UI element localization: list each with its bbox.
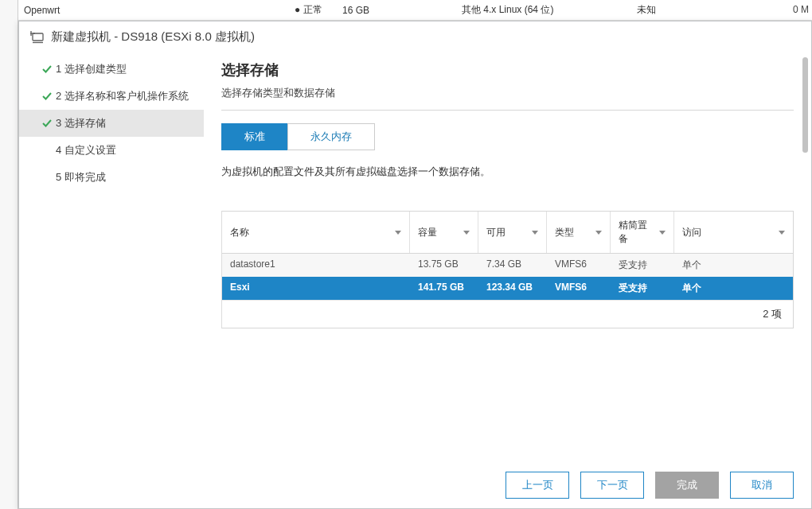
wizard-steps-nav: 1 选择创建类型 2 选择名称和客户机操作系统 3 选择存储 4 自定义设置 5…	[19, 52, 204, 462]
col-header-name[interactable]: 名称	[222, 212, 410, 253]
back-button[interactable]: 上一页	[506, 472, 569, 499]
col-header-capacity[interactable]: 容量	[410, 212, 478, 253]
panel-subtitle: 选择存储类型和数据存储	[221, 86, 794, 108]
tab-standard[interactable]: 标准	[221, 123, 287, 150]
check-icon	[41, 91, 53, 102]
scrollbar[interactable]	[802, 57, 808, 153]
step-storage[interactable]: 3 选择存储	[19, 110, 204, 137]
tab-persistent-memory[interactable]: 永久内存	[287, 123, 375, 150]
storage-type-tabs: 标准 永久内存	[221, 123, 794, 150]
storage-panel: 选择存储 选择存储类型和数据存储 标准 永久内存 为虚拟机的配置文件及其所有虚拟…	[204, 52, 811, 462]
chevron-down-icon	[779, 231, 785, 235]
chevron-down-icon	[595, 231, 602, 235]
dialog-footer: 上一页 下一页 完成 取消	[19, 462, 811, 508]
check-icon	[41, 64, 53, 75]
background-sidebar	[0, 0, 18, 509]
new-vm-dialog: 新建虚拟机 - DS918 (ESXi 8.0 虚拟机) 1 选择创建类型 2 …	[18, 21, 812, 509]
col-header-available[interactable]: 可用	[478, 212, 547, 253]
divider	[221, 110, 794, 111]
dialog-title: 新建虚拟机 - DS918 (ESXi 8.0 虚拟机)	[51, 29, 255, 45]
col-header-type[interactable]: 类型	[547, 212, 611, 253]
dialog-header: 新建虚拟机 - DS918 (ESXi 8.0 虚拟机)	[19, 21, 811, 52]
svg-rect-0	[33, 33, 43, 41]
check-icon	[41, 118, 53, 129]
instruction-text: 为虚拟机的配置文件及其所有虚拟磁盘选择一个数据存储。	[221, 165, 794, 179]
vm-icon	[30, 31, 45, 44]
background-vm-row: Openwrt ● 正常 16 GB 其他 4.x Linux (64 位) 未…	[0, 0, 812, 21]
finish-button: 完成	[655, 472, 719, 499]
table-row[interactable]: datastore1 13.75 GB 7.34 GB VMFS6 受支持 单个	[222, 254, 793, 277]
col-header-thin[interactable]: 精简置备	[611, 212, 674, 253]
cancel-button[interactable]: 取消	[730, 472, 794, 499]
table-footer: 2 项	[222, 300, 793, 328]
chevron-down-icon	[532, 231, 538, 235]
table-header: 名称 容量 可用 类型 精简置备 访问	[222, 212, 793, 254]
chevron-down-icon	[659, 231, 666, 235]
table-row[interactable]: Esxi 141.75 GB 123.34 GB VMFS6 受支持 单个	[222, 277, 793, 300]
chevron-down-icon	[395, 231, 401, 235]
step-ready-complete: 5 即将完成	[19, 164, 204, 191]
next-button[interactable]: 下一页	[580, 472, 644, 499]
chevron-down-icon	[463, 231, 470, 235]
step-create-type[interactable]: 1 选择创建类型	[19, 56, 204, 83]
col-header-access[interactable]: 访问	[674, 212, 793, 253]
datastore-table: 名称 容量 可用 类型 精简置备 访问 datastore1 13.75 GB …	[221, 211, 794, 328]
step-custom-settings: 4 自定义设置	[19, 137, 204, 164]
panel-title: 选择存储	[221, 60, 794, 80]
step-name-os[interactable]: 2 选择名称和客户机操作系统	[19, 83, 204, 110]
